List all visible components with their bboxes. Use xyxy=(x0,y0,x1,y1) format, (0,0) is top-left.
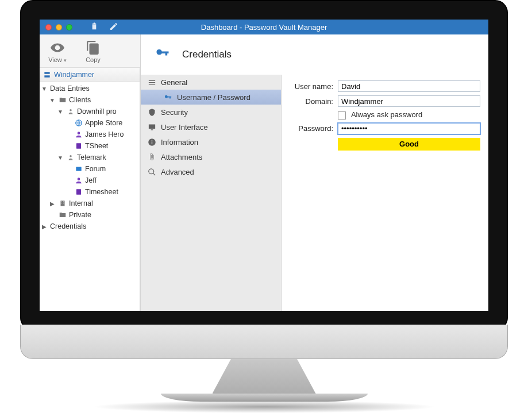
tree-credentials[interactable]: ▶ Credentials xyxy=(40,221,140,232)
tree-internal[interactable]: ▶ Internal xyxy=(40,198,140,209)
app-window: Dashboard - Password Vault Manager View … xyxy=(40,20,488,311)
sheet-icon xyxy=(74,142,83,151)
key-icon xyxy=(155,45,171,64)
tree-private[interactable]: Private xyxy=(40,209,140,221)
svg-point-5 xyxy=(77,132,80,134)
tree-sidebar: Windjammer ▼ Data Entries ▼ Clients xyxy=(40,68,140,311)
card-icon xyxy=(74,165,83,174)
tree-telemark[interactable]: ▼ Telemark xyxy=(40,152,140,163)
tree-label: Apple Store xyxy=(85,119,122,127)
sheet-icon xyxy=(74,188,83,196)
tree-clients[interactable]: ▼ Clients xyxy=(40,94,140,106)
tree-label: Telemark xyxy=(77,153,106,161)
tree-forum[interactable]: Forum xyxy=(40,163,140,175)
imac-chin xyxy=(20,325,508,359)
chevron-down-icon[interactable]: ▼ xyxy=(57,155,64,161)
chevron-right-icon[interactable]: ▶ xyxy=(41,224,48,230)
tree-tsheet[interactable]: TSheet xyxy=(40,140,140,152)
tree-label: Data Entries xyxy=(50,84,90,93)
tree-label: TSheet xyxy=(85,142,108,150)
imac-shadow xyxy=(92,400,437,413)
person-icon xyxy=(74,176,83,185)
tree-data-entries[interactable]: ▼ Data Entries xyxy=(40,83,140,94)
chevron-down-icon[interactable]: ▼ xyxy=(41,86,48,92)
zoom-window-button[interactable] xyxy=(66,24,72,30)
tree-label: Forum xyxy=(85,165,106,173)
tree-timesheet[interactable]: Timesheet xyxy=(40,186,140,198)
tree-downhill-pro[interactable]: ▼ Downhill pro xyxy=(40,106,140,117)
copy-tool-label: Copy xyxy=(86,56,101,63)
datasource-header[interactable]: Windjammer xyxy=(40,68,140,82)
copy-icon xyxy=(75,39,111,56)
dropdown-caret-icon: ▾ xyxy=(64,57,67,63)
view-tool-label: View xyxy=(48,56,62,63)
svg-point-9 xyxy=(77,178,80,180)
svg-rect-11 xyxy=(60,201,64,206)
datasource-icon xyxy=(43,71,51,79)
svg-rect-12 xyxy=(61,202,61,202)
chevron-down-icon[interactable]: ▼ xyxy=(57,109,64,115)
tree-label: Clients xyxy=(69,96,91,104)
svg-point-7 xyxy=(70,155,72,157)
copy-tool-button[interactable]: Copy xyxy=(75,39,111,63)
clipboard-icon[interactable] xyxy=(90,22,99,33)
window-titlebar: Dashboard - Password Vault Manager xyxy=(40,20,488,34)
folder-icon xyxy=(58,96,67,105)
panel-title: Credentials xyxy=(182,49,232,60)
company-icon xyxy=(66,153,75,162)
svg-rect-14 xyxy=(61,203,61,203)
minimize-window-button[interactable] xyxy=(56,24,62,30)
view-tool-button[interactable]: View ▾ xyxy=(40,39,75,63)
tree-label: Jeff xyxy=(85,176,97,184)
tree-label: Timesheet xyxy=(85,188,118,196)
tree-label: Downhill pro xyxy=(77,107,117,115)
close-window-button[interactable] xyxy=(45,24,52,30)
globe-icon xyxy=(74,119,83,128)
tree-label: Credentials xyxy=(50,222,86,230)
tree-label: Private xyxy=(69,211,91,219)
svg-point-3 xyxy=(70,109,72,111)
tree-apple-store[interactable]: Apple Store xyxy=(40,117,140,129)
edit-icon[interactable] xyxy=(109,22,118,33)
tree-label: Internal xyxy=(69,199,93,207)
tree-label: James Hero xyxy=(85,130,124,138)
svg-rect-8 xyxy=(76,167,81,171)
svg-rect-13 xyxy=(63,202,64,202)
chevron-down-icon[interactable]: ▼ xyxy=(49,97,56,103)
datasource-label: Windjammer xyxy=(54,71,94,79)
person-icon xyxy=(74,130,83,139)
tree-james-hero[interactable]: James Hero xyxy=(40,129,140,140)
svg-rect-15 xyxy=(63,203,64,203)
toolbar: View ▾ Copy Credentials xyxy=(40,34,488,68)
tree-jeff[interactable]: Jeff xyxy=(40,175,140,186)
company-icon xyxy=(66,107,75,116)
imac-stand xyxy=(213,359,316,394)
building-icon xyxy=(58,199,67,208)
chevron-right-icon[interactable]: ▶ xyxy=(49,201,56,207)
svg-rect-10 xyxy=(76,189,80,194)
svg-rect-6 xyxy=(76,143,80,148)
eye-icon xyxy=(40,39,75,56)
folder-icon xyxy=(58,211,67,219)
